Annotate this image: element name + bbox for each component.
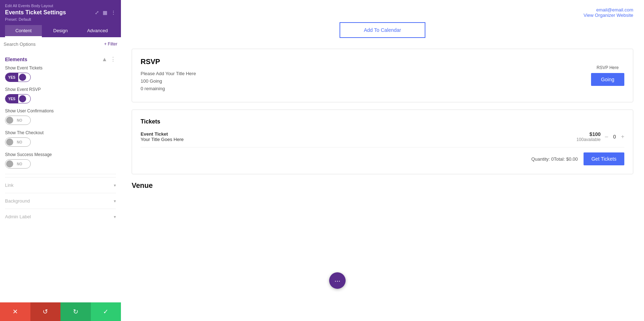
panel-tabs: Content Design Advanced (5, 25, 116, 37)
ticket-right: $100 100available – 0 + (576, 131, 624, 142)
admin-label-text: Admin Label (5, 214, 31, 219)
organizer-links: email@email.com View Organizer Website (132, 7, 633, 18)
rsvp-card: RSVP Please Add Your Title Here 100 Goin… (132, 49, 633, 102)
tickets-section-title: Tickets (141, 118, 624, 125)
toggle-yes-label2: YES (5, 94, 18, 103)
show-event-tickets-toggle[interactable]: YES (5, 73, 31, 82)
rsvp-going-count: 100 Going (141, 78, 196, 84)
toggle-thumb4 (6, 138, 13, 146)
quantity-value: 0 (612, 134, 618, 140)
redo-icon: ↻ (73, 308, 78, 316)
background-chevron-icon: ▾ (114, 199, 116, 204)
show-event-rsvp-label: Show Event RSVP (5, 87, 116, 92)
add-to-calendar-button[interactable]: Add To Calendar (340, 22, 425, 38)
undo-button[interactable]: ↺ (30, 302, 61, 321)
search-input[interactable] (4, 42, 104, 47)
filter-button[interactable]: + Filter (104, 42, 117, 47)
tickets-card: Tickets Event Ticket Your Title Goes Her… (132, 110, 633, 174)
ticket-footer: Quantity: 0Total: $0.00 Get Tickets (141, 152, 624, 165)
show-user-confirmations-toggle[interactable]: NO (5, 116, 31, 125)
redo-button[interactable]: ↻ (60, 302, 91, 321)
preset-label[interactable]: Preset: Default (5, 17, 116, 21)
more-icon[interactable]: ⋮ (111, 10, 116, 15)
left-panel: Edit All Events Body Layout Events Ticke… (0, 0, 121, 321)
total-text: Total: $0.00 (554, 156, 578, 162)
admin-label-collapsible[interactable]: Admin Label ▾ (5, 209, 116, 224)
undo-icon: ↺ (43, 308, 48, 316)
tab-content[interactable]: Content (5, 25, 42, 37)
show-event-tickets-option: Show Event Tickets YES (5, 65, 116, 82)
going-button[interactable]: Going (591, 73, 624, 86)
tab-advanced[interactable]: Advanced (79, 25, 116, 37)
ticket-price-info: $100 100available (576, 131, 600, 142)
organizer-website-link[interactable]: View Organizer Website (132, 13, 633, 18)
link-label: Link (5, 183, 14, 188)
right-panel: email@email.com View Organizer Website A… (121, 0, 644, 321)
cancel-button[interactable]: ✕ (0, 302, 30, 321)
show-checkout-toggle[interactable]: NO (5, 137, 31, 147)
panel-title: Events Ticket Settings (5, 9, 66, 16)
background-collapsible[interactable]: Background ▾ (5, 193, 116, 209)
show-event-rsvp-toggle[interactable]: YES (5, 94, 31, 103)
toggle-thumb (19, 74, 26, 81)
ticket-total-label: Quantity: 0Total: $0.00 (531, 156, 578, 162)
columns-icon[interactable]: ▦ (103, 10, 107, 15)
elements-section-title: Elements (5, 57, 27, 62)
collapse-icon[interactable]: ▲ (102, 56, 107, 63)
show-checkout-option: Show The Checkout NO (5, 130, 116, 147)
quantity-increase-button[interactable]: + (621, 133, 624, 140)
show-event-tickets-label: Show Event Tickets (5, 65, 116, 70)
show-success-message-toggle[interactable]: NO (5, 159, 31, 169)
ticket-info: Event Ticket Your Title Goes Here (141, 131, 184, 142)
show-user-confirmations-option: Show User Confirmations NO (5, 108, 116, 125)
quantity-control: – 0 + (605, 133, 624, 140)
toggle-thumb5 (6, 160, 13, 167)
panel-content: Elements ▲ ⋮ Show Event Tickets YES Show… (0, 51, 121, 302)
ticket-name: Event Ticket (141, 131, 184, 137)
toggle-yes-label: YES (5, 73, 18, 82)
ticket-price: $100 (576, 131, 600, 137)
show-checkout-label: Show The Checkout (5, 130, 116, 135)
toggle-thumb3 (6, 117, 13, 124)
edit-all-label: Edit All Events Body Layout (5, 4, 116, 8)
fab-button[interactable]: ··· (329, 272, 346, 289)
get-tickets-button[interactable]: Get Tickets (584, 152, 624, 165)
resize-icon[interactable]: ⤢ (95, 10, 99, 15)
rsvp-remaining: 0 remaining (141, 86, 196, 91)
admin-label-chevron-icon: ▾ (114, 214, 116, 219)
link-collapsible[interactable]: Link ▾ (5, 177, 116, 193)
venue-section: Venue (132, 181, 633, 197)
link-chevron-icon: ▾ (114, 183, 116, 188)
rsvp-title: RSVP (141, 58, 196, 66)
background-label: Background (5, 198, 30, 204)
panel-icons: ⤢ ▦ ⋮ (95, 10, 116, 15)
rsvp-here-label: RSVP Here (591, 65, 624, 70)
toggle-thumb2 (19, 95, 26, 102)
toggle-no-label2: NO (14, 138, 25, 146)
ticket-subtitle: Your Title Goes Here (141, 137, 184, 142)
show-success-message-label: Show Success Message (5, 152, 116, 157)
tab-design[interactable]: Design (42, 25, 79, 37)
search-bar: + Filter (0, 37, 121, 51)
rsvp-subtitle: Please Add Your Title Here (141, 71, 196, 76)
toggle-no-label3: NO (14, 160, 25, 168)
toggle-no-label: NO (14, 116, 25, 125)
venue-title: Venue (132, 181, 633, 190)
confirm-icon: ✓ (103, 308, 108, 316)
show-success-message-option: Show Success Message NO (5, 152, 116, 169)
ticket-row: Event Ticket Your Title Goes Here $100 1… (141, 131, 624, 147)
show-user-confirmations-label: Show User Confirmations (5, 108, 116, 113)
rsvp-right: RSVP Here Going (591, 65, 624, 86)
organizer-email-link[interactable]: email@email.com (132, 7, 633, 13)
section-more-icon[interactable]: ⋮ (110, 56, 116, 63)
ticket-available: 100available (576, 137, 600, 142)
panel-header: Edit All Events Body Layout Events Ticke… (0, 0, 121, 37)
show-event-rsvp-option: Show Event RSVP YES (5, 87, 116, 103)
rsvp-left: RSVP Please Add Your Title Here 100 Goin… (141, 58, 196, 93)
confirm-button[interactable]: ✓ (91, 302, 121, 321)
quantity-decrease-button[interactable]: – (605, 133, 608, 140)
panel-bottom-bar: ✕ ↺ ↻ ✓ (0, 302, 121, 321)
cancel-icon: ✕ (13, 308, 18, 316)
quantity-total-text: Quantity: 0 (531, 156, 554, 162)
